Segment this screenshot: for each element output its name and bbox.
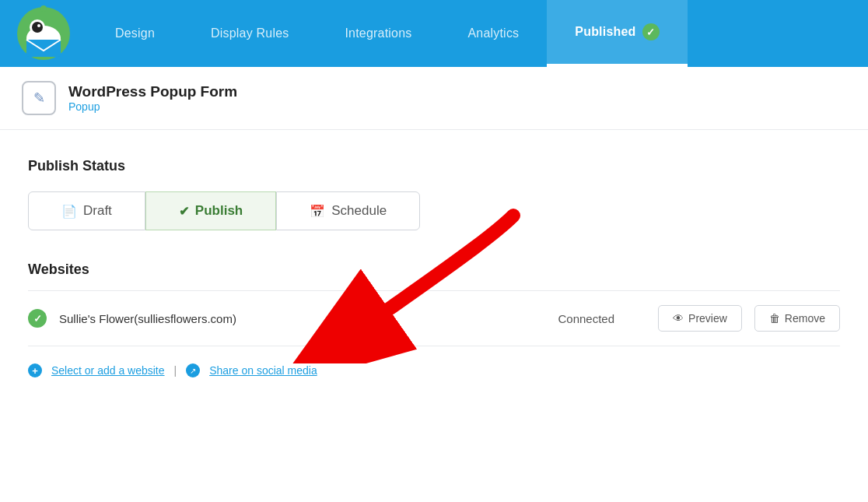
schedule-button[interactable]: 📅 Schedule [276,191,420,230]
remove-button[interactable]: 🗑 Remove [754,305,840,332]
draft-label: Draft [83,203,112,219]
website-status: Connected [558,312,615,325]
main-content: Publish Status 📄 Draft ✔ Publish 📅 Sched… [0,130,868,399]
edit-icon-box[interactable]: ✎ [22,81,56,115]
published-check-icon: ✓ [642,23,660,40]
schedule-label: Schedule [331,203,387,219]
websites-title: Websites [28,262,840,278]
footer-link-divider: | [174,364,177,377]
publish-label: Publish [195,203,243,219]
form-type: Popup [68,100,237,113]
preview-button[interactable]: 👁 Preview [658,305,742,332]
website-connected-icon: ✓ [28,309,47,328]
form-title: WordPress Popup Form [68,83,237,100]
nav-design[interactable]: Design [87,0,183,67]
publish-buttons-group: 📄 Draft ✔ Publish 📅 Schedule [28,191,840,230]
publish-icon: ✔ [179,204,189,219]
schedule-icon: 📅 [310,204,325,219]
website-name: Sullie's Flower(sulliesflowers.com) [59,312,546,325]
draft-button[interactable]: 📄 Draft [28,191,145,230]
published-label: Published [575,25,635,39]
header: Design Display Rules Integrations Analyt… [0,0,868,67]
websites-section: Websites ✓ Sullie's Flower(sulliesflower… [28,262,840,377]
nav-integrations[interactable]: Integrations [317,0,439,67]
preview-label: Preview [688,312,727,325]
eye-icon: 👁 [673,312,684,325]
main-nav: Design Display Rules Integrations Analyt… [87,0,852,67]
footer-links: + Select or add a website | ↗ Share on s… [28,363,840,377]
website-row: ✓ Sullie's Flower(sulliesflowers.com) Co… [28,291,840,346]
share-social-link[interactable]: Share on social media [209,364,317,377]
svg-point-4 [37,24,40,27]
select-add-website-link[interactable]: Select or add a website [51,364,165,377]
nav-published[interactable]: Published ✓ [547,0,687,67]
edit-icon: ✎ [33,90,45,107]
add-website-icon: + [28,363,42,377]
svg-point-6 [40,5,47,12]
form-header: ✎ WordPress Popup Form Popup [0,67,868,130]
nav-display-rules[interactable]: Display Rules [183,0,317,67]
draft-icon: 📄 [61,204,77,219]
publish-status-title: Publish Status [28,158,840,174]
svg-point-3 [32,22,43,33]
app-logo [16,5,72,61]
publish-button[interactable]: ✔ Publish [145,191,276,230]
trash-icon: 🗑 [769,312,780,325]
remove-label: Remove [785,312,825,325]
share-icon: ↗ [186,363,200,377]
form-info: WordPress Popup Form Popup [68,83,237,113]
nav-analytics[interactable]: Analytics [439,0,547,67]
